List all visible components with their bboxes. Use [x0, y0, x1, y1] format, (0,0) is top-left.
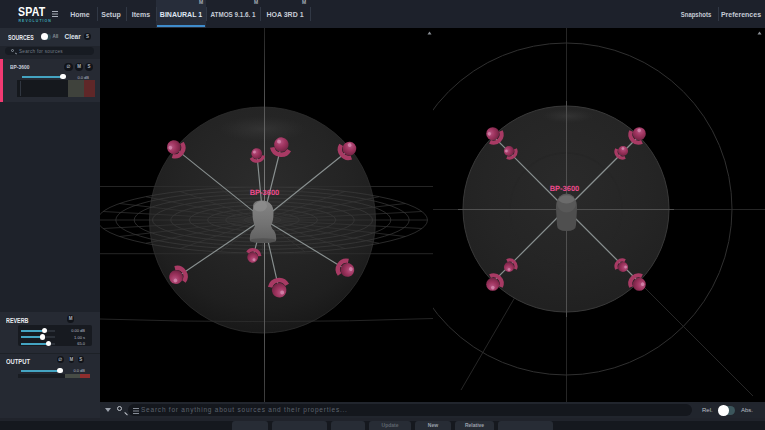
svg-text:BP-3600: BP-3600	[550, 184, 580, 193]
svg-text:BP-3600: BP-3600	[250, 188, 280, 197]
